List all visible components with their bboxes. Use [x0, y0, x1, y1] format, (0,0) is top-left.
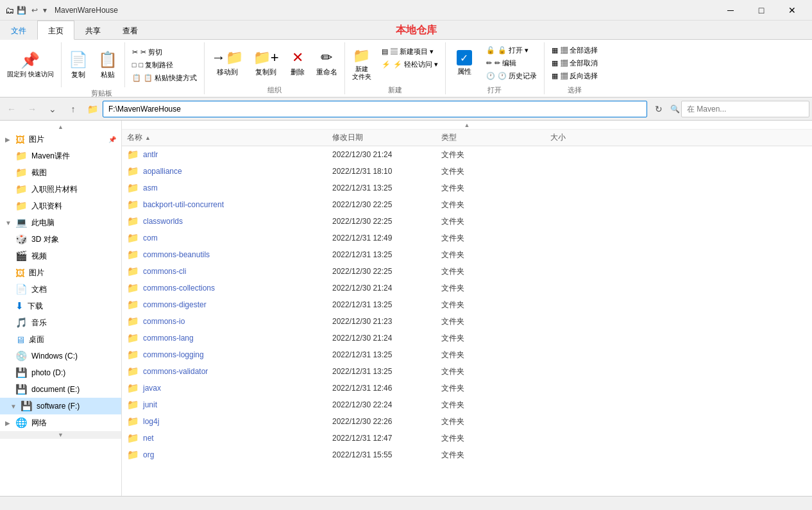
file-name-cell: 📁 commons-digester — [127, 299, 332, 310]
select-none-button[interactable]: ▦ ▦ 全部取消 — [547, 57, 602, 70]
history-button[interactable]: 🕐 🕐 历史记录 — [482, 70, 541, 83]
pin-quick-access-button[interactable]: 📌 固定到 快速访问 — [3, 46, 58, 84]
content-scroll-up[interactable]: ▲ — [122, 121, 812, 130]
tab-file[interactable]: 文件 — [0, 21, 37, 40]
forward-button[interactable]: → — [23, 100, 41, 118]
col-header-size[interactable]: 大小 — [550, 132, 614, 143]
sidebar-item-thispc[interactable]: ▼ 💻 此电脑 — [0, 214, 121, 231]
sidebar-item-downloads[interactable]: ⬇ 下载 — [0, 298, 121, 314]
file-name-cell: 📁 asm — [127, 182, 332, 194]
close-button[interactable]: ✕ — [777, 0, 807, 21]
properties-icon: ✓ — [457, 50, 472, 65]
sidebar-item-pictures2[interactable]: 🖼 图片 — [0, 264, 121, 281]
tab-view[interactable]: 查看 — [112, 21, 149, 40]
sidebar-item-music[interactable]: 🎵 音乐 — [0, 314, 121, 331]
refresh-button[interactable]: ↻ — [650, 100, 668, 118]
copy-button[interactable]: 📄 复制 — [64, 46, 92, 84]
table-row[interactable]: 📁 asm 2022/12/31 13:25 文件夹 — [122, 180, 812, 196]
network-icon: 🌐 — [15, 417, 28, 429]
select-all-button[interactable]: ▦ ▦ 全部选择 — [547, 44, 602, 57]
move-to-button[interactable]: →📁 移动到 — [207, 44, 248, 83]
table-row[interactable]: 📁 backport-util-concurrent 2022/12/30 22… — [122, 196, 812, 213]
file-type-cell: 文件夹 — [441, 149, 550, 160]
sidebar-label: photo (D:) — [31, 368, 65, 377]
table-row[interactable]: 📁 commons-collections 2022/12/30 21:24 文… — [122, 280, 812, 296]
tab-home[interactable]: 主页 — [37, 21, 74, 40]
table-row[interactable]: 📁 commons-logging 2022/12/31 13:25 文件夹 — [122, 346, 812, 363]
table-row[interactable]: 📁 commons-lang 2022/12/30 21:24 文件夹 — [122, 330, 812, 346]
table-row[interactable]: 📁 commons-digester 2022/12/31 13:25 文件夹 — [122, 296, 812, 313]
table-row[interactable]: 📁 net 2022/12/31 12:47 文件夹 — [122, 430, 812, 446]
folder-icon: 📁 — [127, 432, 139, 444]
file-name-cell: 📁 antlr — [127, 149, 332, 160]
folder-icon: 📁 — [15, 200, 28, 212]
table-row[interactable]: 📁 commons-beanutils 2022/12/31 13:25 文件夹 — [122, 246, 812, 263]
search-input[interactable] — [681, 101, 809, 117]
recent-button[interactable]: ⌄ — [44, 100, 62, 118]
sidebar-item-maven-course[interactable]: 📁 Maven课件 — [0, 148, 121, 164]
folder-icon: 📁 — [127, 199, 139, 210]
sidebar-item-drive-c[interactable]: 💿 Windows (C:) — [0, 348, 121, 364]
cut-button[interactable]: ✂ ✂ 剪切 — [128, 46, 201, 58]
sidebar-label: 入职照片材料 — [31, 184, 78, 195]
sidebar-item-video[interactable]: 🎬 视频 — [0, 248, 121, 264]
table-row[interactable]: 📁 commons-io 2022/12/30 21:23 文件夹 — [122, 313, 812, 330]
sidebar-label: 图片 — [29, 134, 44, 145]
sidebar-scroll-up[interactable]: ▲ — [0, 123, 121, 131]
table-row[interactable]: 📁 log4j 2022/12/30 22:26 文件夹 — [122, 413, 812, 430]
tab-share[interactable]: 共享 — [74, 21, 112, 40]
file-name-label: log4j — [143, 417, 159, 426]
table-row[interactable]: 📁 javax 2022/12/31 12:46 文件夹 — [122, 380, 812, 396]
col-header-type[interactable]: 类型 — [441, 132, 550, 143]
table-row[interactable]: 📁 classworlds 2022/12/30 22:25 文件夹 — [122, 213, 812, 230]
table-row[interactable]: 📁 junit 2022/12/30 22:24 文件夹 — [122, 396, 812, 413]
copy-to-button[interactable]: 📁+ 复制到 — [249, 44, 283, 83]
sidebar-item-drive-e[interactable]: 💾 document (E:) — [0, 381, 121, 398]
properties-button[interactable]: ✓ 属性 — [448, 44, 480, 83]
edit-button[interactable]: ✏ ✏ 编辑 — [482, 57, 541, 70]
ribbon-content: 📌 固定到 快速访问 📄 复制 📋 粘贴 ✂ ✂ 剪切 — [0, 40, 812, 98]
sidebar-item-screenshot[interactable]: 📁 截图 — [0, 164, 121, 181]
sidebar-item-desktop[interactable]: 🖥 桌面 — [0, 331, 121, 348]
col-header-date[interactable]: 修改日期 — [332, 132, 441, 143]
new-folder-button[interactable]: 📁 新建文件夹 — [348, 45, 376, 83]
table-row[interactable]: 📁 commons-validator 2022/12/31 13:25 文件夹 — [122, 363, 812, 380]
table-row[interactable]: 📁 org 2022/12/31 15:55 文件夹 — [122, 446, 812, 463]
paste-shortcut-button[interactable]: 📋 📋 粘贴快捷方式 — [128, 71, 201, 84]
minimize-button[interactable]: ─ — [716, 0, 745, 21]
table-row[interactable]: 📁 com 2022/12/31 12:49 文件夹 — [122, 230, 812, 246]
folder-icon: 📁 — [127, 366, 139, 377]
delete-button[interactable]: ✕ 删除 — [285, 44, 310, 83]
table-row[interactable]: 📁 aopalliance 2022/12/31 18:10 文件夹 — [122, 163, 812, 180]
paste-button[interactable]: 📋 粘贴 — [94, 46, 122, 84]
sidebar-scroll-down[interactable]: ▼ — [0, 431, 121, 439]
file-type-cell: 文件夹 — [441, 166, 550, 177]
drive-f-icon: 💾 — [21, 400, 33, 412]
move-icon: →📁 — [212, 49, 243, 66]
maximize-button[interactable]: □ — [747, 0, 776, 21]
sidebar-item-network[interactable]: ▶ 🌐 网络 — [0, 414, 121, 431]
easy-access-button[interactable]: ⚡ ⚡ 轻松访问 ▾ — [377, 58, 443, 71]
new-item-button[interactable]: ▤ ▤ 新建项目 ▾ — [377, 45, 443, 58]
table-row[interactable]: 📁 commons-cli 2022/12/30 22:25 文件夹 — [122, 263, 812, 280]
sidebar-item-3d[interactable]: 🎲 3D 对象 — [0, 231, 121, 248]
invert-selection-button[interactable]: ▦ ▦ 反向选择 — [547, 70, 602, 83]
file-date-cell: 2022/12/30 21:23 — [332, 317, 441, 326]
sidebar-item-drive-d[interactable]: 💾 photo (D:) — [0, 364, 121, 381]
sidebar-item-onboard-material[interactable]: 📁 入职资料 — [0, 198, 121, 214]
folder-icon: 📁 — [127, 182, 139, 194]
file-list: 📁 antlr 2022/12/30 21:24 文件夹 📁 aopallian… — [122, 146, 812, 496]
address-input[interactable] — [103, 101, 647, 117]
sidebar-item-pictures[interactable]: ▶ 🖼 图片 📌 — [0, 131, 121, 148]
up-button[interactable]: ↑ — [64, 100, 82, 118]
back-button[interactable]: ← — [3, 100, 21, 118]
copy-path-button[interactable]: □ □ 复制路径 — [128, 58, 201, 71]
sidebar-item-docs[interactable]: 📄 文档 — [0, 281, 121, 298]
col-header-name[interactable]: 名称 ▲ — [127, 132, 332, 143]
rename-button[interactable]: ✏ 重命名 — [312, 44, 342, 83]
file-name-cell: 📁 aopalliance — [127, 166, 332, 177]
open-button[interactable]: 🔓 🔓 打开 ▾ — [482, 44, 541, 57]
table-row[interactable]: 📁 antlr 2022/12/30 21:24 文件夹 — [122, 146, 812, 163]
sidebar-item-photo-material[interactable]: 📁 入职照片材料 — [0, 181, 121, 198]
sidebar-item-drive-f[interactable]: ▼ 💾 software (F:) — [0, 398, 121, 414]
